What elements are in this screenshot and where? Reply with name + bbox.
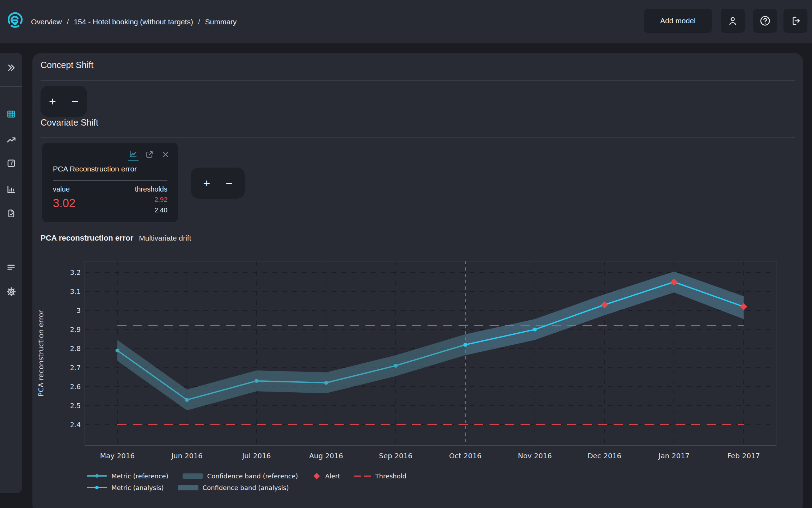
chart-subtitle: Multivariate drift bbox=[139, 234, 191, 242]
metric-value: 3.02 bbox=[53, 196, 75, 210]
chevrons-right-icon bbox=[7, 63, 16, 72]
legend-threshold[interactable]: Threshold bbox=[354, 471, 406, 480]
main-content-panel bbox=[32, 53, 803, 508]
legend-metric-reference[interactable]: Metric (reference) bbox=[87, 471, 168, 480]
threshold-lower-value: 2.40 bbox=[154, 206, 167, 214]
sidebar-item-logs[interactable] bbox=[0, 258, 22, 276]
covariate-shift-heading: Covariate Shift bbox=[41, 117, 98, 128]
sidebar-divider bbox=[0, 86, 22, 87]
sidebar-item-settings[interactable] bbox=[0, 283, 22, 301]
zoom-in-button[interactable]: + bbox=[43, 90, 62, 113]
breadcrumb: Overview / 154 - Hotel booking (without … bbox=[31, 0, 237, 43]
legend-band-reference[interactable]: Confidence band (reference) bbox=[183, 471, 298, 480]
band-swatch-reference bbox=[183, 473, 203, 479]
sidebar-item-reports[interactable] bbox=[0, 204, 22, 223]
covariate-shift-zoom-controls: + − bbox=[191, 168, 245, 199]
svg-text:f: f bbox=[10, 161, 13, 166]
list-lines-icon bbox=[6, 262, 16, 272]
legend-band-analysis[interactable]: Confidence band (analysis) bbox=[178, 483, 289, 492]
alert-diamond-marker bbox=[313, 473, 320, 479]
function-square-icon: f bbox=[7, 159, 16, 168]
add-model-button[interactable]: Add model bbox=[644, 9, 712, 33]
chart-title: PCA reconstruction error bbox=[41, 234, 133, 243]
breadcrumb-separator: / bbox=[67, 18, 69, 26]
sidebar-nav: f bbox=[0, 53, 22, 493]
threshold-upper-value: 2.92 bbox=[154, 196, 167, 204]
line-chart-tab-icon[interactable] bbox=[128, 149, 139, 161]
line-marker-analysis bbox=[87, 487, 107, 488]
card-divider bbox=[53, 180, 167, 181]
legend-alert[interactable]: Alert bbox=[312, 471, 340, 480]
sidebar-item-analytics[interactable] bbox=[0, 180, 22, 199]
external-link-icon[interactable] bbox=[144, 149, 155, 161]
zoom-in-button[interactable]: + bbox=[197, 172, 217, 194]
trending-up-icon bbox=[6, 135, 16, 145]
breadcrumb-item-model[interactable]: 154 - Hotel booking (without targets) bbox=[74, 18, 193, 26]
table-grid-icon bbox=[6, 109, 16, 119]
concept-shift-heading: Concept Shift bbox=[41, 60, 93, 70]
breadcrumb-item-overview[interactable]: Overview bbox=[31, 18, 62, 26]
sidebar-item-performance[interactable] bbox=[0, 131, 22, 149]
threshold-dash-marker bbox=[354, 476, 371, 477]
metric-card-title: PCA Reconstruction error bbox=[53, 165, 137, 173]
line-marker-reference bbox=[87, 475, 107, 477]
breadcrumb-item-summary: Summary bbox=[205, 18, 237, 26]
band-swatch-analysis bbox=[178, 485, 198, 490]
top-bar: Overview / 154 - Hotel booking (without … bbox=[0, 0, 812, 43]
user-button[interactable] bbox=[721, 9, 745, 33]
bar-chart-icon bbox=[6, 185, 16, 194]
section-divider bbox=[41, 138, 795, 138]
chart-legend: Metric (reference) Confidence band (refe… bbox=[87, 471, 406, 492]
file-check-icon bbox=[7, 209, 16, 218]
pca-metric-card: PCA Reconstruction error value threshold… bbox=[42, 143, 178, 222]
chart-header: PCA reconstruction error Multivariate dr… bbox=[41, 234, 191, 243]
zoom-out-button[interactable]: − bbox=[65, 90, 85, 113]
gear-icon bbox=[6, 287, 16, 297]
section-divider bbox=[41, 80, 795, 80]
sidebar-collapse-button[interactable] bbox=[0, 59, 22, 77]
nannyml-logo[interactable] bbox=[6, 11, 24, 29]
value-label: value bbox=[53, 185, 70, 193]
sidebar-item-datasets[interactable] bbox=[0, 105, 22, 123]
legend-metric-analysis[interactable]: Metric (analysis) bbox=[87, 483, 164, 492]
logout-button[interactable] bbox=[783, 9, 807, 33]
thresholds-label: thresholds bbox=[135, 185, 167, 193]
close-icon[interactable] bbox=[160, 149, 171, 161]
user-icon bbox=[727, 16, 738, 26]
logout-icon bbox=[790, 16, 801, 26]
breadcrumb-separator: / bbox=[198, 18, 200, 26]
help-button[interactable] bbox=[753, 9, 777, 33]
sidebar-item-functions[interactable]: f bbox=[0, 154, 22, 173]
help-icon bbox=[759, 15, 771, 26]
zoom-out-button[interactable]: − bbox=[220, 172, 239, 194]
concept-shift-zoom-controls: + − bbox=[41, 86, 87, 117]
